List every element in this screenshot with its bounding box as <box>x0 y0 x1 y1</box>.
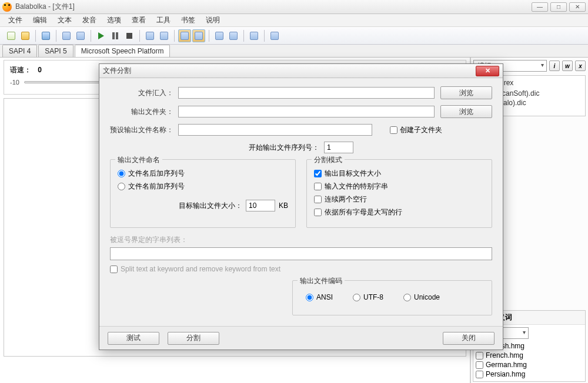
naming-after-radio[interactable] <box>118 170 125 177</box>
play-button[interactable] <box>95 29 108 42</box>
naming-after-row[interactable]: 文件名后加序列号 <box>118 169 288 179</box>
menu-text[interactable]: 文本 <box>53 14 76 26</box>
dict-3-button[interactable] <box>248 29 260 42</box>
menu-options[interactable]: 选项 <box>102 14 126 26</box>
split-opt4-label: 依据所有字母是大写的行 <box>325 207 402 217</box>
open-button[interactable] <box>19 29 32 42</box>
split-opt1-label: 输出目标文件大小 <box>325 169 381 179</box>
menu-tools[interactable]: 工具 <box>152 14 175 26</box>
enc-ansi-label: ANSI <box>316 293 333 301</box>
dialog-close-button[interactable]: ✕ <box>476 66 499 76</box>
split-mode-legend: 分割模式 <box>312 155 345 165</box>
enc-ansi-radio[interactable] <box>306 294 313 301</box>
split-opt3-row[interactable]: 连续两个空行 <box>314 194 485 204</box>
delimiter-input[interactable] <box>110 247 492 260</box>
import-input[interactable] <box>178 87 435 99</box>
dict-icon <box>215 32 223 40</box>
split-opt1-row[interactable]: 输出目标文件大小 <box>314 169 485 179</box>
new-doc-button[interactable] <box>5 29 18 42</box>
document-icon <box>7 32 15 40</box>
minimize-button[interactable]: — <box>532 2 548 12</box>
hmg-checkbox[interactable] <box>476 352 483 360</box>
enc-unicode-radio[interactable] <box>403 294 411 301</box>
preset-name-input[interactable] <box>178 124 372 136</box>
dict-2-button[interactable] <box>227 29 240 42</box>
hmg-item[interactable]: French.hmg <box>476 351 583 360</box>
panel-toggle-2[interactable] <box>192 29 205 42</box>
panel-icon <box>181 32 189 40</box>
tab-sapi5[interactable]: SAPI 5 <box>38 45 73 57</box>
pause-button[interactable] <box>109 29 122 42</box>
split-mode-groupbox: 分割模式 输出目标文件大小 输入文件的特别字串 连续两个空行 依据所有字母是大写… <box>306 159 492 228</box>
browse-outfolder-button[interactable]: 浏览 <box>440 105 492 118</box>
preset-name-label: 预设输出文件名称： <box>110 125 178 135</box>
menu-view[interactable]: 查看 <box>127 14 151 26</box>
target-size-input[interactable] <box>246 200 275 211</box>
tab-sapi4[interactable]: SAPI 4 <box>2 45 37 57</box>
hmg-item[interactable]: Persian.hmg <box>476 369 583 379</box>
create-subfolder-row[interactable]: 创建子文件夹 <box>390 125 442 135</box>
split-opt2-row[interactable]: 输入文件的特别字串 <box>314 182 485 192</box>
outfolder-input[interactable] <box>178 106 435 117</box>
tool-c-button[interactable] <box>268 29 281 42</box>
info-button[interactable]: i <box>549 61 560 71</box>
copy-icon <box>62 32 71 40</box>
save-button[interactable] <box>39 29 52 42</box>
tool-a-button[interactable] <box>143 29 156 42</box>
dict-1-button[interactable] <box>213 29 226 42</box>
hmg-label: French.hmg <box>486 351 523 360</box>
split-opt3-checkbox[interactable] <box>314 196 322 203</box>
menu-edit[interactable]: 编辑 <box>28 14 52 26</box>
import-label: 文件汇入： <box>110 88 178 98</box>
split-opt4-checkbox[interactable] <box>314 209 322 216</box>
copy-button[interactable] <box>60 29 73 42</box>
enc-ansi-row[interactable]: ANSI <box>306 293 333 301</box>
speed-label: 语速： <box>10 66 31 74</box>
enc-unicode-row[interactable]: Unicode <box>403 293 440 301</box>
create-subfolder-checkbox[interactable] <box>390 126 397 134</box>
browse-import-button[interactable]: 浏览 <box>440 86 492 99</box>
split-keyword-label: Split text at keyword and remove keyword… <box>121 265 280 273</box>
split-opt1-checkbox[interactable] <box>314 170 322 177</box>
naming-legend: 输出文件命名 <box>115 155 162 165</box>
enc-utf8-radio[interactable] <box>353 294 360 301</box>
naming-before-radio[interactable] <box>118 183 125 190</box>
toolbar-separator <box>56 30 56 42</box>
menu-speak[interactable]: 发音 <box>78 14 101 26</box>
naming-before-row[interactable]: 文件名前加序列号 <box>118 182 288 192</box>
dialog-titlebar[interactable]: 文件分割 ✕ <box>99 64 503 78</box>
tab-ms-speech-platform[interactable]: Microsoft Speech Platform <box>75 45 171 57</box>
enc-utf8-row[interactable]: UTF-8 <box>353 293 383 301</box>
menu-help[interactable]: 说明 <box>201 14 225 26</box>
misc-icon <box>270 32 279 40</box>
split-keyword-row[interactable]: Split text at keyword and remove keyword… <box>110 265 492 273</box>
split-opt2-checkbox[interactable] <box>314 183 322 190</box>
dialog-body: 文件汇入： 浏览 输出文件夹： 浏览 预设输出文件名称： 创建子文件夹 开始输出… <box>99 78 503 326</box>
menu-bookmark[interactable]: 书签 <box>176 14 200 26</box>
hmg-checkbox[interactable] <box>476 361 483 369</box>
hmg-item[interactable]: German.hmg <box>476 360 583 369</box>
tool-b-button[interactable] <box>158 29 171 42</box>
target-size-row: 目标输出文件大小： KB <box>118 200 288 211</box>
split-opt4-row[interactable]: 依据所有字母是大写的行 <box>314 207 485 217</box>
stop-button[interactable] <box>123 29 136 42</box>
speed-value: 0 <box>38 66 42 74</box>
x-button[interactable]: x <box>575 61 586 71</box>
menu-file[interactable]: 文件 <box>4 14 27 26</box>
split-keyword-checkbox[interactable] <box>110 266 118 273</box>
maximize-button[interactable]: □ <box>550 2 567 12</box>
close-button[interactable]: ✕ <box>569 2 586 12</box>
target-size-label: 目标输出文件大小： <box>179 201 242 211</box>
test-button[interactable]: 测试 <box>108 332 159 345</box>
start-seq-input[interactable] <box>324 142 353 153</box>
w-button[interactable]: w <box>562 61 573 71</box>
dialog-close-footer-button[interactable]: 关闭 <box>443 332 495 345</box>
main-titlebar: Balabolka - [文件1] — □ ✕ <box>0 0 588 14</box>
hmg-checkbox[interactable] <box>476 371 483 378</box>
paste-button[interactable] <box>74 29 87 42</box>
dialog-footer: 测试 分割 关闭 <box>99 326 503 350</box>
panel-toggle-1[interactable] <box>178 29 191 42</box>
split-button[interactable]: 分割 <box>168 332 219 345</box>
toolbar-separator <box>243 30 244 42</box>
toolbar-separator <box>35 30 36 42</box>
